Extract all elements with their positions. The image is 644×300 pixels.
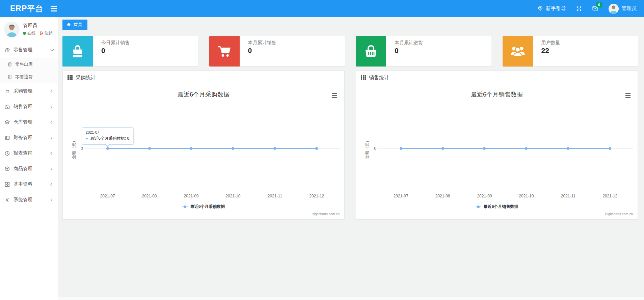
x-axis-tick-label: 2021-11 — [268, 194, 282, 198]
x-axis-tick-label: 2021-10 — [225, 194, 240, 198]
header-user-menu[interactable]: 管理员 — [609, 4, 637, 14]
stat-card-user-count[interactable]: 用户数量22 — [503, 36, 638, 66]
data-point[interactable] — [232, 147, 234, 150]
series-dot-icon: ● — [86, 136, 88, 141]
stat-card-month-purchase[interactable]: 本月累计进货0 — [356, 36, 491, 66]
th-grid-icon — [68, 75, 73, 80]
y-axis-tick-label: 0 — [75, 146, 83, 151]
x-axis-tick-label: 2021-07 — [100, 194, 115, 198]
stat-card-text: 本月累计销售0 — [240, 36, 280, 66]
highcharts-credits-link[interactable]: Highcharts.com.cn — [312, 212, 340, 216]
sales-chart: 最近6个月销售数据金额（元）02021-072021-082021-092021… — [356, 85, 638, 219]
panel-title: 销售统计 — [369, 75, 389, 81]
sidebar-item-warehouse-management[interactable]: 仓库管理 — [0, 114, 58, 130]
chevron-left-icon — [51, 120, 54, 124]
logout-button[interactable]: 注销 — [39, 30, 53, 36]
x-axis-tick-label: 2021-08 — [435, 194, 450, 198]
stat-card-value: 0 — [395, 47, 423, 55]
legend-item[interactable]: 最近6个月销售数据 — [356, 204, 638, 210]
highcharts-credits-link[interactable]: Highcharts.com.cn — [605, 212, 633, 216]
sidebar-item-label: 财务管理 — [14, 135, 51, 141]
home-icon — [66, 22, 71, 27]
breadcrumb: 首页 — [58, 17, 644, 29]
data-point[interactable] — [148, 147, 151, 150]
data-point[interactable] — [400, 147, 402, 150]
shopping-bag-icon — [62, 36, 93, 66]
stat-card-month-sales[interactable]: 本月累计销售0 — [209, 36, 345, 66]
logout-icon — [39, 31, 44, 35]
x-axis-line — [85, 192, 340, 192]
sidebar-item-label: 商品管理 — [14, 166, 51, 172]
sidebar-item-finance-management[interactable]: 财务管理 — [0, 130, 58, 145]
series-line — [401, 148, 610, 149]
sidebar-item-basic-data[interactable]: 基本资料 — [0, 176, 58, 192]
data-point[interactable] — [483, 147, 486, 150]
top-navbar: ERP平台 新手引导 0 管理员 — [0, 0, 644, 17]
sidebar-item-retail-management[interactable]: 零售管理 — [0, 42, 58, 58]
data-point[interactable] — [567, 147, 569, 150]
panel-title: 采购统计 — [76, 75, 96, 81]
fullscreen-icon — [576, 6, 582, 11]
purchase-chart: 最近6个月采购数据金额（元）02021-072021-082021-092021… — [63, 85, 344, 219]
stat-cards-row: 今日累计销售0本月累计销售0本月累计进货0用户数量22 — [62, 36, 638, 66]
brand-logo[interactable]: ERP平台 — [0, 3, 48, 14]
stat-card-label: 本月累计销售 — [248, 40, 276, 46]
users-icon — [503, 36, 533, 66]
layers-icon — [4, 119, 10, 125]
sidebar-toggle-icon[interactable] — [48, 3, 60, 14]
legend-marker-icon — [476, 207, 481, 207]
chevron-left-icon — [51, 152, 54, 155]
gear-icon — [4, 197, 10, 203]
repeat-icon — [4, 88, 10, 94]
stat-card-text: 今日累计销售0 — [93, 36, 133, 66]
guide-button[interactable]: 新手引导 — [537, 5, 566, 12]
stat-card-text: 用户数量22 — [533, 36, 564, 66]
footer-strip — [58, 297, 644, 300]
sidebar-subitem-retail-return[interactable]: 零售退货 — [0, 71, 58, 83]
sidebar-subitem-retail-outbound[interactable]: 零售出库 — [0, 58, 58, 71]
online-status-label: 在线 — [27, 30, 35, 36]
gift-icon — [4, 47, 10, 53]
data-point[interactable] — [525, 147, 528, 150]
sidebar-item-sales-management[interactable]: 销售管理 — [0, 99, 58, 114]
fullscreen-button[interactable] — [576, 6, 582, 11]
x-axis-tick-label: 2021-11 — [561, 194, 575, 198]
sidebar-item-label: 仓库管理 — [14, 119, 51, 125]
data-point[interactable] — [106, 147, 109, 150]
journal-icon — [7, 75, 12, 79]
stat-card-label: 本月累计进货 — [395, 40, 423, 46]
tab-home[interactable]: 首页 — [62, 20, 87, 30]
sidebar-item-report-query[interactable]: 报表查询 — [0, 145, 58, 161]
purchase-stats-panel: 采购统计 最近6个月采购数据金额（元）02021-072021-082021-0… — [62, 71, 345, 220]
guide-label: 新手引导 — [546, 5, 566, 12]
data-point[interactable] — [273, 147, 276, 150]
x-axis-tick-label: 2021-12 — [309, 194, 324, 198]
chart-menu-button[interactable] — [331, 92, 338, 99]
x-axis-tick-label: 2021-07 — [394, 194, 408, 198]
stat-card-today-sales[interactable]: 今日累计销售0 — [62, 36, 198, 66]
data-point[interactable] — [190, 147, 192, 150]
avatar — [4, 22, 20, 37]
chart-menu-button[interactable] — [624, 92, 632, 99]
sidebar-item-goods-management[interactable]: 商品管理 — [0, 161, 58, 176]
pie-chart-icon — [4, 151, 10, 156]
x-axis-line — [378, 192, 633, 192]
sidebar-item-purchase-management[interactable]: 采购管理 — [0, 83, 58, 99]
sidebar-item-label: 销售管理 — [14, 104, 51, 110]
legend-item[interactable]: 最近6个月采购数据 — [63, 204, 344, 210]
chevron-left-icon — [51, 105, 54, 108]
sidebar-item-system-management[interactable]: 系统管理 — [0, 192, 58, 208]
data-point[interactable] — [315, 147, 318, 150]
chart-tooltip: 2021-07● 最近6个月采购数据: 0 — [82, 128, 134, 144]
map-book-icon — [4, 135, 10, 141]
chevron-left-icon — [51, 167, 54, 170]
sidebar-subitem-label: 零售出库 — [15, 61, 33, 67]
stat-card-value: 22 — [541, 47, 560, 55]
sidebar-menu: 零售管理零售出库零售退货采购管理销售管理仓库管理财务管理报表查询商品管理基本资料… — [0, 42, 58, 208]
header-user-name: 管理员 — [621, 5, 637, 12]
chart-panels-row: 采购统计 最近6个月采购数据金额（元）02021-072021-082021-0… — [62, 71, 638, 220]
messages-button[interactable]: 0 — [592, 5, 598, 12]
stat-card-label: 今日累计销售 — [101, 40, 130, 46]
data-point[interactable] — [609, 147, 611, 150]
data-point[interactable] — [441, 147, 444, 150]
